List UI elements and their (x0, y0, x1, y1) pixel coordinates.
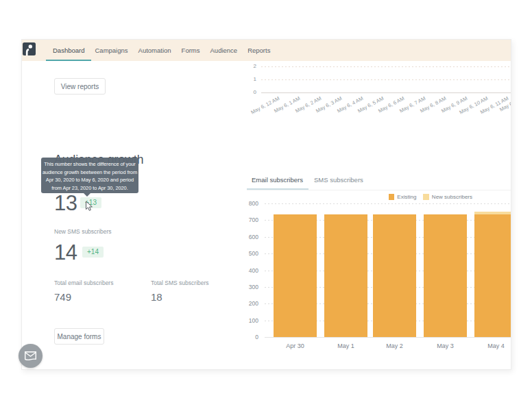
legend-new: New subscribers (423, 194, 472, 200)
bar-chart-gridline-800 (265, 203, 511, 204)
bar-chart-gridline-0 (265, 337, 511, 338)
mini-chart-ytick: 2 (244, 64, 256, 69)
bar-new-may-4[interactable] (474, 212, 511, 214)
bar-chart-xtick: May 3 (437, 342, 454, 349)
bar-chart-ytick: 700 (242, 217, 258, 223)
legend-existing: Existing (389, 194, 417, 200)
bar-chart-gridline-400 (265, 271, 511, 271)
tooltip-text-line: audience growth beetween the period from (41, 169, 138, 177)
bar-chart-gridline-700 (265, 220, 511, 221)
tab-sms-subscribers[interactable]: SMS subscribers (314, 176, 363, 184)
manage-forms-button[interactable]: Manage forms (54, 328, 104, 345)
tooltip-text-line: from Apr 23, 2020 to Apr 30, 2020. (41, 184, 138, 192)
mouse-cursor-icon (85, 201, 93, 212)
envelope-icon (24, 351, 37, 361)
total-email-subscribers-label: Total email subscribers (54, 279, 113, 286)
bar-chart-ytick: 500 (242, 251, 258, 257)
bar-chart-xtick: May 1 (337, 342, 354, 349)
mini-chart-ytick: 1 (244, 77, 256, 82)
page: DashboardCampaignsAutomationFormsAudienc… (0, 0, 532, 411)
legend-existing-swatch (389, 194, 395, 200)
bar-existing-may-1[interactable] (324, 214, 367, 337)
bar-existing-may-3[interactable] (424, 214, 467, 337)
tooltip-text-line: Apr 30, 2020 to May 6, 2020 and period (41, 176, 138, 184)
mini-chart-gridline-0 (261, 92, 511, 93)
new-sms-subscribers-value: 14 (54, 240, 77, 265)
bar-chart-xtick: Apr 30 (286, 342, 304, 349)
audience-growth-tooltip: This number shows the difference of your… (41, 158, 138, 193)
bar-chart-gridline-100 (265, 321, 511, 321)
new-sms-subscribers-label: New SMS subscribers (54, 228, 112, 235)
bar-chart-ytick: 100 (242, 318, 258, 324)
bar-chart-ytick: 800 (242, 201, 258, 207)
bar-chart-xtick: May 2 (386, 342, 403, 349)
new-sms-subscribers-delta-badge[interactable]: +14 (82, 247, 104, 258)
legend-new-label: New subscribers (432, 194, 472, 200)
mini-chart-gridline-2 (261, 66, 511, 67)
bar-chart-ytick: 0 (242, 334, 258, 340)
bar-chart-ytick: 600 (242, 234, 258, 240)
bar-chart-gridline-600 (265, 237, 511, 238)
bar-chart-gridline-200 (265, 303, 511, 304)
chat-launcher-button[interactable] (19, 344, 43, 368)
chart-legend: Existing New subscribers (389, 194, 472, 200)
total-email-subscribers-value: 749 (54, 291, 71, 303)
new-email-subscribers-value: 13 (54, 191, 77, 216)
bar-chart-gridline-500 (265, 253, 511, 254)
tab-email-subscribers[interactable]: Email subscribers (252, 176, 303, 184)
mini-chart-gridline-1 (261, 79, 511, 80)
bar-existing-apr-30[interactable] (274, 214, 317, 337)
mini-chart-ytick: 0 (244, 90, 256, 95)
bar-chart-ytick: 400 (242, 268, 258, 274)
total-sms-subscribers-value: 18 (151, 291, 162, 303)
bar-existing-may-2[interactable] (373, 214, 416, 337)
legend-new-swatch (423, 194, 429, 200)
app-window: DashboardCampaignsAutomationFormsAudienc… (21, 39, 511, 370)
total-sms-subscribers-label: Total SMS subscribers (151, 279, 209, 286)
tooltip-text-line: This number shows the difference of your (41, 160, 138, 169)
subscriber-tabs: Email subscribers SMS subscribers (247, 173, 511, 190)
legend-existing-label: Existing (397, 194, 416, 200)
bar-chart-ytick: 300 (242, 284, 258, 290)
view-reports-button[interactable]: View reports (54, 78, 106, 95)
bar-chart-ytick: 200 (242, 301, 258, 307)
bar-existing-may-4[interactable] (474, 214, 511, 337)
bar-chart-xtick: May 4 (487, 342, 505, 349)
bar-chart-gridline-300 (265, 287, 511, 288)
